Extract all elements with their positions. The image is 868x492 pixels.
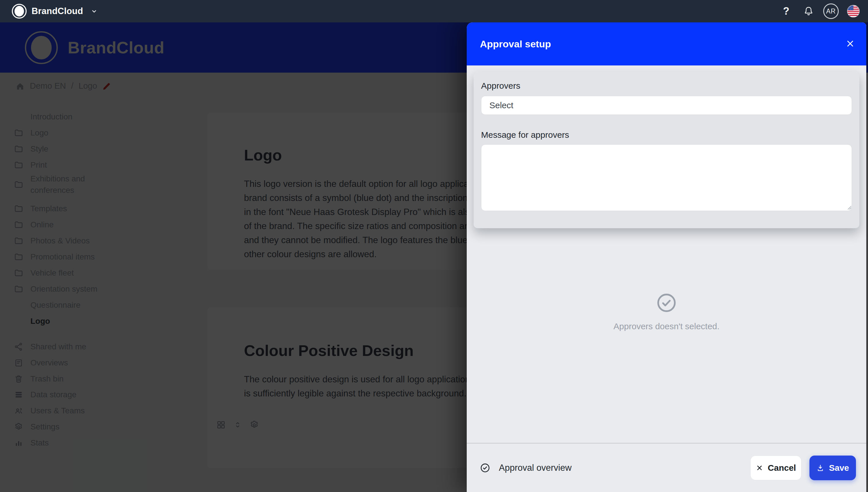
panel-title: Approval setup: [480, 39, 551, 50]
language-button[interactable]: [846, 3, 861, 19]
help-button[interactable]: ?: [778, 3, 794, 19]
question-icon: ?: [783, 5, 789, 17]
approval-overview-label: Approval overview: [499, 463, 571, 473]
check-circle-icon: [480, 463, 490, 473]
approval-form-card: Approvers Select Message for approvers: [474, 72, 860, 228]
close-button[interactable]: [842, 35, 859, 52]
check-circle-icon: [656, 292, 677, 314]
workspace-title[interactable]: BrandCloud: [31, 6, 83, 16]
avatar-initials: AR: [826, 7, 836, 15]
approval-overview-link[interactable]: Approval overview: [480, 463, 571, 473]
us-flag-icon: [847, 5, 860, 18]
message-textarea[interactable]: [481, 144, 852, 211]
cancel-button[interactable]: Cancel: [750, 456, 801, 480]
empty-state-text: Approvers doesn't selected.: [613, 321, 719, 331]
screen: BrandCloud ? AR: [0, 0, 868, 492]
cancel-label: Cancel: [768, 463, 796, 473]
close-icon: [845, 39, 855, 49]
footer-buttons: Cancel Save: [750, 456, 856, 480]
x-icon: [756, 464, 763, 472]
approvers-select[interactable]: Select: [481, 96, 852, 115]
brandcloud-logo-icon[interactable]: [11, 3, 27, 19]
bell-icon: [803, 6, 814, 17]
message-label: Message for approvers: [481, 130, 569, 140]
panel-footer: Approval overview Cancel Save: [467, 443, 866, 492]
approval-setup-panel: Approval setup Approvers Select Message …: [467, 22, 866, 492]
top-bar: BrandCloud ? AR: [0, 0, 868, 22]
panel-header: Approval setup: [467, 22, 866, 66]
avatar[interactable]: AR: [823, 3, 839, 19]
approvers-label: Approvers: [481, 81, 520, 91]
notifications-button[interactable]: [801, 3, 816, 19]
save-label: Save: [829, 463, 849, 473]
approvers-select-value: Select: [489, 100, 513, 110]
topbar-actions: ? AR: [778, 3, 868, 19]
chevron-down-icon[interactable]: [91, 7, 98, 15]
download-icon: [816, 464, 824, 472]
save-button[interactable]: Save: [810, 456, 856, 480]
empty-state: Approvers doesn't selected.: [467, 292, 866, 331]
